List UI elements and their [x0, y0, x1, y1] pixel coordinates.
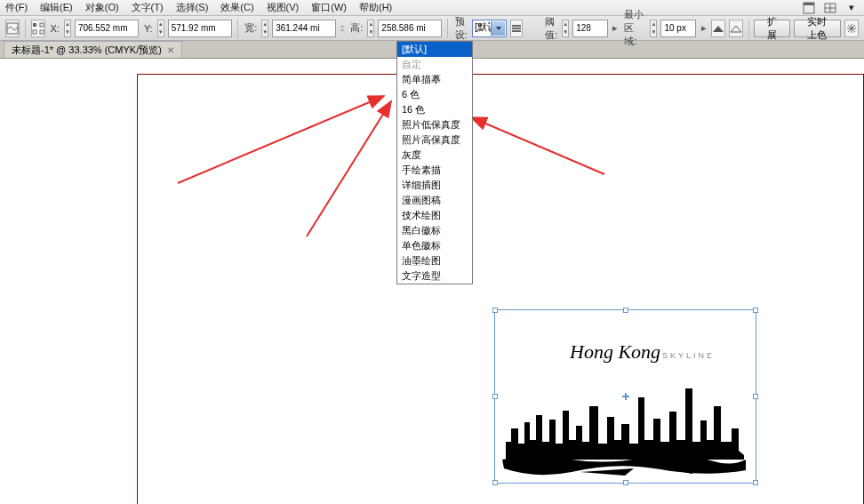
- svg-rect-5: [40, 23, 44, 27]
- artwork-title: Hong Kong: [570, 340, 660, 364]
- preset-option: 自定: [397, 57, 472, 72]
- options-extra-icon[interactable]: [844, 20, 859, 37]
- preset-label: 预设:: [455, 15, 468, 42]
- menu-select[interactable]: 选择(S): [176, 1, 209, 14]
- menu-window[interactable]: 窗口(W): [311, 1, 347, 14]
- y-stepper[interactable]: ▲▼: [157, 20, 164, 37]
- x-label: X:: [51, 23, 60, 34]
- preset-option[interactable]: 单色徽标: [397, 238, 472, 253]
- handle-tm[interactable]: [623, 308, 628, 313]
- reference-point-icon[interactable]: [31, 20, 45, 37]
- minarea-arrow-icon[interactable]: ▸: [700, 21, 707, 36]
- svg-rect-10: [512, 30, 521, 32]
- preset-option[interactable]: 漫画图稿: [397, 193, 472, 208]
- document-tab-title: 未标题-1* @ 33.33% (CMYK/预览): [12, 44, 162, 57]
- preset-option[interactable]: 照片低保真度: [397, 117, 472, 132]
- preset-option[interactable]: 手绘素描: [397, 163, 472, 178]
- preset-option[interactable]: [默认]: [397, 42, 472, 57]
- options-bar: X: ▲▼ Y: ▲▼ 宽: ▲▼ 高: ▲▼ 预设: [默认] 阈值: ▲▼ …: [0, 16, 864, 41]
- width-label: 宽:: [244, 21, 257, 35]
- handle-mr[interactable]: [753, 394, 758, 399]
- handle-tr[interactable]: [753, 308, 758, 313]
- view-mode-a-icon[interactable]: [711, 20, 725, 37]
- svg-rect-8: [512, 25, 521, 27]
- handle-bm[interactable]: [623, 480, 628, 485]
- svg-rect-1: [804, 3, 814, 5]
- preset-option[interactable]: 黑白徽标: [397, 223, 472, 238]
- menu-object[interactable]: 对象(O): [85, 1, 119, 14]
- h-stepper[interactable]: ▲▼: [367, 20, 374, 37]
- preset-option[interactable]: 技术绘图: [397, 208, 472, 223]
- y-input[interactable]: [168, 20, 232, 37]
- threshold-stepper[interactable]: ▲▼: [562, 20, 569, 37]
- height-label: 高:: [350, 21, 363, 35]
- menu-effect[interactable]: 效果(C): [220, 1, 253, 14]
- preset-menu-icon[interactable]: [510, 20, 523, 37]
- toolbar-icon-a[interactable]: [802, 1, 816, 15]
- preset-select[interactable]: [默认]: [472, 20, 507, 37]
- minarea-stepper[interactable]: ▲▼: [650, 20, 657, 37]
- threshold-arrow-icon[interactable]: ▸: [612, 21, 619, 36]
- menu-text[interactable]: 文字(T): [132, 1, 164, 14]
- selected-image[interactable]: Hong Kong SKYLINE: [494, 309, 756, 484]
- preset-option[interactable]: 油墨绘图: [397, 253, 472, 268]
- menu-help[interactable]: 帮助(H): [359, 1, 392, 14]
- embed-icon[interactable]: [5, 20, 20, 37]
- livepaint-button[interactable]: 实时上色: [794, 20, 841, 37]
- preset-option[interactable]: 简单描摹: [397, 72, 472, 87]
- view-mode-b-icon[interactable]: [729, 20, 743, 37]
- link-icon[interactable]: [340, 23, 345, 34]
- threshold-input[interactable]: [572, 20, 608, 37]
- preset-dropdown[interactable]: [默认]自定简单描摹6 色16 色照片低保真度照片高保真度灰度手绘素描详细插图漫…: [396, 41, 473, 284]
- menu-view[interactable]: 视图(V): [267, 1, 300, 14]
- toolbar-icon-b[interactable]: [823, 1, 837, 15]
- select-arrow-icon: [496, 27, 501, 30]
- preset-option[interactable]: 照片高保真度: [397, 132, 472, 148]
- preset-option[interactable]: 6 色: [397, 87, 472, 102]
- menu-file[interactable]: 件(F): [5, 1, 28, 14]
- svg-rect-4: [33, 23, 36, 27]
- x-stepper[interactable]: ▲▼: [64, 20, 71, 37]
- y-label: Y:: [144, 23, 153, 34]
- handle-tl[interactable]: [492, 308, 498, 313]
- preset-option[interactable]: 文字造型: [397, 268, 472, 284]
- svg-rect-9: [512, 28, 521, 29]
- expand-button[interactable]: 扩展: [754, 20, 790, 37]
- height-input[interactable]: [378, 20, 442, 37]
- handle-ml[interactable]: [492, 394, 498, 399]
- svg-rect-6: [33, 30, 36, 34]
- artwork-subtitle: SKYLINE: [662, 351, 715, 360]
- svg-rect-7: [40, 30, 44, 34]
- toolbar-dropdown-icon[interactable]: ▾: [844, 1, 859, 15]
- close-tab-icon[interactable]: ✕: [167, 45, 174, 55]
- width-input[interactable]: [272, 20, 336, 37]
- center-mark: [622, 393, 629, 400]
- handle-br[interactable]: [753, 480, 758, 485]
- handle-bl[interactable]: [492, 480, 498, 485]
- menu-edit[interactable]: 编辑(E): [40, 1, 73, 14]
- x-input[interactable]: [75, 20, 139, 37]
- preset-option[interactable]: 16 色: [397, 102, 472, 117]
- minarea-input[interactable]: [660, 20, 696, 37]
- application-menubar: 件(F) 编辑(E) 对象(O) 文字(T) 选择(S) 效果(C) 视图(V)…: [0, 0, 864, 16]
- document-tab[interactable]: 未标题-1* @ 33.33% (CMYK/预览) ✕: [4, 41, 182, 58]
- threshold-label: 阈值:: [545, 15, 557, 42]
- preset-option[interactable]: 详细插图: [397, 178, 472, 193]
- minarea-label: 最小区域:: [624, 8, 645, 48]
- w-stepper[interactable]: ▲▼: [261, 20, 268, 37]
- preset-option[interactable]: 灰度: [397, 148, 472, 163]
